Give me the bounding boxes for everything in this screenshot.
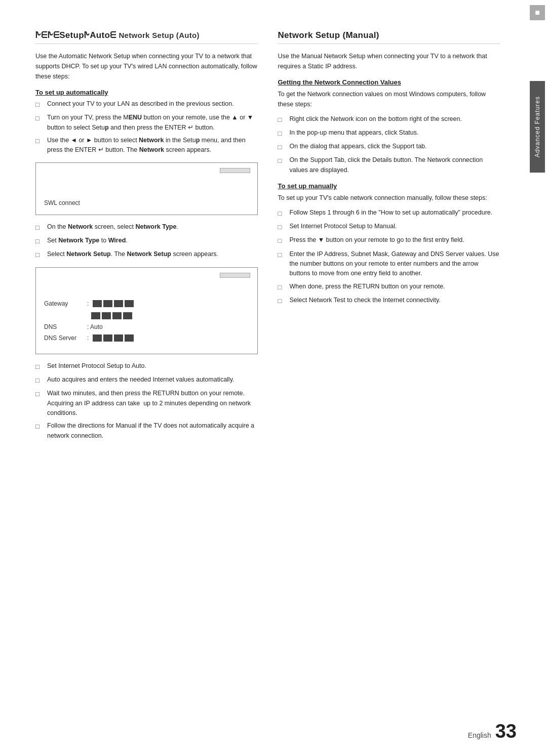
field-dns-value: : Auto bbox=[87, 323, 103, 330]
bullet-icon: □ bbox=[278, 222, 287, 232]
list-item: □ On the dialog that appears, click the … bbox=[278, 142, 500, 152]
side-tab-label: Advanced Features bbox=[530, 81, 545, 173]
bullet-icon: □ bbox=[278, 156, 287, 166]
block-row bbox=[91, 312, 132, 319]
main-content: ᗃᗴᗃᗴSetupᗃAutoᗴ Network Setup (Auto) Use… bbox=[0, 0, 528, 756]
bullet-icon: □ bbox=[35, 250, 45, 260]
bullet-icon: □ bbox=[35, 223, 45, 233]
list-item: □ Turn on your TV, press the MENU button… bbox=[35, 113, 258, 133]
bullet-icon: □ bbox=[35, 236, 45, 246]
list-item-text: Set Network Type to Wired. bbox=[47, 236, 128, 245]
bullet-icon: □ bbox=[278, 129, 287, 139]
list-item-text: Enter the IP Address, Subnet Mask, Gatew… bbox=[290, 249, 500, 279]
field-row-dns: DNS : Auto bbox=[44, 323, 249, 330]
list-item-text: Select Network Setup. The Network Setup … bbox=[47, 249, 218, 259]
bullet-icon: □ bbox=[35, 389, 45, 399]
list-item: □ Right click the Network icon on the bo… bbox=[278, 114, 500, 125]
bullet-icon: □ bbox=[278, 115, 287, 125]
diagram-label-1: SWL connect bbox=[44, 199, 249, 206]
list-item-text: Select Network Test to check the Interne… bbox=[290, 296, 441, 305]
block-cell bbox=[112, 312, 122, 319]
footer-language: English bbox=[468, 731, 491, 739]
right-intro: Use the Manual Network Setup when connec… bbox=[278, 51, 500, 71]
list-item: □ Auto acquires and enters the needed In… bbox=[35, 375, 258, 386]
list-item: □ In the pop-up menu that appears, click… bbox=[278, 128, 500, 139]
block-row bbox=[93, 300, 134, 307]
block-cell bbox=[125, 334, 134, 342]
bullet-icon: □ bbox=[35, 113, 45, 123]
list-item: □ On the Support Tab, click the Details … bbox=[278, 155, 500, 175]
list-item-text: Wait two minutes, and then press the RET… bbox=[47, 389, 258, 418]
list-item: □ Use the ◄ or ► button to select Networ… bbox=[35, 136, 258, 155]
field-row-dns-server: DNS Server : bbox=[44, 333, 249, 343]
left-bullet-list-1: □ Connect your TV to your LAN as describ… bbox=[35, 99, 258, 155]
block-cell bbox=[103, 334, 112, 342]
left-sub-heading: To set up automatically bbox=[35, 89, 258, 96]
list-item-text: Right click the Network icon on the bott… bbox=[290, 114, 462, 124]
field-row-gateway: Gateway : bbox=[44, 299, 249, 308]
bullet-icon: □ bbox=[35, 422, 45, 432]
list-item: □ Follow the directions for Manual if th… bbox=[35, 421, 258, 441]
bullet-icon: □ bbox=[35, 362, 45, 372]
bullet-icon: □ bbox=[278, 250, 287, 260]
list-item: □ Set Internet Protocol Setup to Manual. bbox=[278, 222, 500, 232]
list-item: □ Press the ▼ button on your remote to g… bbox=[278, 235, 500, 246]
diagram-box-1: SWL connect bbox=[35, 162, 258, 215]
list-item-text: In the pop-up menu that appears, click S… bbox=[290, 128, 419, 138]
list-item: □ Enter the IP Address, Subnet Mask, Gat… bbox=[278, 249, 500, 279]
block-cell bbox=[93, 300, 102, 307]
right-column: Network Setup (Manual) Use the Manual Ne… bbox=[278, 30, 500, 726]
right-section-title: Network Setup (Manual) bbox=[278, 30, 500, 44]
field-label-gateway: Gateway bbox=[44, 300, 87, 307]
list-item-text: Use the ◄ or ► button to select Network … bbox=[47, 136, 258, 155]
left-title-text: ᗃᗴᗃᗴSetupᗃAutoᗴ bbox=[35, 30, 116, 40]
block-cell bbox=[93, 334, 102, 342]
list-item: □ When done, press the RETURN button on … bbox=[278, 282, 500, 292]
list-item: □ Set Internet Protocol Setup to Auto. bbox=[35, 361, 258, 372]
list-item: □ Select Network Setup. The Network Setu… bbox=[35, 249, 258, 260]
left-bullet-list-3: □ Set Internet Protocol Setup to Auto. □… bbox=[35, 361, 258, 441]
list-item-text: Follow the directions for Manual if the … bbox=[47, 421, 258, 441]
diagram-box-2: Gateway : bbox=[35, 267, 258, 354]
list-item-text: When done, press the RETURN button on yo… bbox=[290, 282, 445, 291]
left-section-title: ᗃᗴᗃᗴSetupᗃAutoᗴ Network Setup (Auto) bbox=[35, 30, 258, 44]
list-item: □ Wait two minutes, and then press the R… bbox=[35, 389, 258, 418]
field-row-gateway-2 bbox=[91, 311, 249, 320]
bullet-icon: □ bbox=[35, 375, 45, 386]
right-title-text: Network Setup (Manual) bbox=[278, 30, 379, 40]
field-colon: : bbox=[87, 300, 89, 307]
list-item-text: Turn on your TV, press the MENU button o… bbox=[47, 113, 258, 133]
block-cell bbox=[114, 334, 123, 342]
list-item-text: Auto acquires and enters the needed Inte… bbox=[47, 375, 234, 385]
bullet-icon: □ bbox=[278, 236, 287, 246]
block-cell bbox=[102, 312, 111, 319]
list-item: □ Select Network Test to check the Inter… bbox=[278, 296, 500, 306]
manual-text: To set up your TV's cable network connec… bbox=[278, 193, 500, 203]
right-sub-heading-2: To set up manually bbox=[278, 182, 500, 190]
side-tab-icon: ■ bbox=[530, 5, 545, 20]
left-column: ᗃᗴᗃᗴSetupᗃAutoᗴ Network Setup (Auto) Use… bbox=[35, 30, 258, 726]
block-cell bbox=[103, 300, 112, 307]
right-sub-heading-1: Getting the Network Connection Values bbox=[278, 78, 500, 86]
list-item-text: Connect your TV to your LAN as described… bbox=[47, 99, 234, 109]
left-bullet-list-2: □ On the Network screen, select Network … bbox=[35, 222, 258, 260]
bullet-icon: □ bbox=[35, 136, 45, 146]
diagram-top-bar bbox=[220, 168, 250, 173]
left-intro: Use the Automatic Network Setup when con… bbox=[35, 51, 258, 81]
block-row bbox=[93, 334, 134, 342]
bullet-icon: □ bbox=[278, 208, 287, 219]
bullet-icon: □ bbox=[278, 296, 287, 306]
side-tab: ■ Advanced Features bbox=[528, 0, 547, 756]
list-item-text: Press the ▼ button on your remote to go … bbox=[290, 235, 464, 245]
field-label-dns-server: DNS Server bbox=[44, 334, 87, 342]
block-cell bbox=[114, 300, 123, 307]
footer-page-number: 33 bbox=[495, 722, 517, 741]
list-item: □ Follow Steps 1 through 6 in the "How t… bbox=[278, 208, 500, 219]
bullet-icon: □ bbox=[278, 282, 287, 292]
block-cell bbox=[91, 312, 100, 319]
list-item-text: On the dialog that appears, click the Su… bbox=[290, 142, 427, 151]
list-item-text: On the Network screen, select Network Ty… bbox=[47, 222, 178, 232]
diagram-fields: Gateway : bbox=[44, 299, 249, 343]
list-item-text: On the Support Tab, click the Details bu… bbox=[290, 155, 500, 175]
manual-bullet-list: □ Follow Steps 1 through 6 in the "How t… bbox=[278, 208, 500, 306]
